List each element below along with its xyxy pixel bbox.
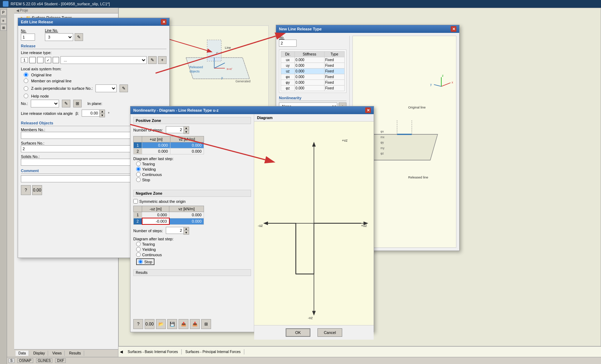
svg-text:Line: Line (225, 46, 231, 49)
original-line-option[interactable]: Original line (24, 72, 167, 77)
pos-steps-up[interactable]: ▲ (184, 127, 189, 130)
beta-spinner[interactable]: ▲ ▼ (82, 110, 105, 117)
nonlin-ok-btn[interactable]: OK (286, 328, 310, 337)
release-section-header: Release (21, 44, 167, 49)
no-label: No. (21, 29, 35, 33)
line-no-edit-btn[interactable]: ✎ (75, 33, 83, 41)
member-on-line-radio[interactable] (24, 78, 28, 83)
release-type-edit-btn[interactable]: ✎ (148, 56, 157, 64)
original-line-label: Original line (31, 73, 52, 77)
neg-yielding-label[interactable]: Yielding (136, 247, 251, 252)
release-type-add-btn[interactable]: + (158, 56, 167, 64)
results-tab-1[interactable]: Surfaces - Basic Internal Forces (124, 349, 182, 354)
tab-display[interactable]: Display (30, 351, 48, 356)
pos-continuous-radio[interactable] (136, 172, 141, 177)
neg-col-uz: -uz [m] (142, 206, 169, 212)
svg-text:Released line: Released line (408, 176, 428, 179)
beta-down[interactable]: ▼ (100, 113, 105, 117)
nonlin-save-btn[interactable]: 💾 (167, 319, 177, 329)
nonlin-import-btn[interactable]: 📥 (190, 319, 200, 329)
release-type-row: Line release type: (21, 51, 167, 55)
pos-stop-radio[interactable] (136, 177, 141, 182)
results-tab-2[interactable]: Surfaces - Principal Internal Forces (182, 349, 244, 354)
z-axis-select[interactable] (95, 84, 117, 92)
neg-tearing-radio[interactable] (136, 242, 141, 246)
help-node-option[interactable]: Help node (24, 94, 167, 98)
release-type-select[interactable]: ... (60, 56, 147, 64)
member-on-line-option[interactable]: Member on original line (24, 78, 167, 83)
nonlin-calc-btn[interactable]: 0.00 (145, 319, 154, 329)
pos-tearing-label[interactable]: Tearing (136, 162, 251, 166)
neg-steps-spinner[interactable]: ▲ ▼ (166, 227, 189, 235)
neg-continuous-radio[interactable] (136, 252, 141, 257)
help-btn[interactable]: ? (21, 185, 31, 195)
svg-text:y: y (221, 76, 223, 80)
no-dot-select[interactable] (31, 100, 59, 107)
beta-input[interactable] (82, 110, 99, 117)
scroll-left-btn[interactable]: ◀ (118, 350, 124, 354)
pos-yielding-radio[interactable] (136, 167, 141, 171)
nonlin-open-btn[interactable]: 📂 (156, 319, 166, 329)
pos-tearing-text: Tearing (142, 162, 155, 166)
pos-steps-down[interactable]: ▼ (184, 130, 189, 134)
neg-diagram-after-label: Diagram after last step: (133, 237, 251, 241)
help-node-radio[interactable] (24, 94, 28, 98)
nonlin-export-btn[interactable]: 📤 (179, 319, 188, 329)
neg-steps-up[interactable]: ▲ (184, 227, 189, 231)
no-dot-btn2[interactable]: ⊞ (73, 100, 82, 107)
tab-results[interactable]: Results (66, 351, 84, 356)
pos-steps-spinner[interactable]: ▲ ▼ (166, 126, 189, 134)
neg-tearing-label[interactable]: Tearing (136, 242, 251, 246)
svg-text:my: my (380, 146, 385, 150)
calc-btn[interactable]: 0.00 (32, 185, 42, 195)
sidebar-btn-2[interactable]: ≡ (0, 17, 7, 24)
neg-steps-input[interactable] (166, 227, 183, 234)
symmetric-label[interactable]: Symmetric about the origin (133, 199, 186, 204)
no-input[interactable] (21, 34, 35, 41)
nonlin-help-btn[interactable]: ? (133, 319, 143, 329)
new-line-release-close[interactable]: ✕ (451, 26, 456, 32)
bottom-tab-osnap[interactable]: OSNAP (17, 358, 33, 363)
svg-text:Original line: Original line (408, 106, 426, 109)
neg-row-1[interactable]: 1 0.000 0.000 (134, 212, 204, 218)
beta-up[interactable]: ▲ (100, 110, 105, 113)
tab-data[interactable]: Data (16, 351, 29, 356)
bottom-tab-s[interactable]: S (8, 358, 14, 363)
neg-continuous-label[interactable]: Continuous (136, 252, 251, 257)
pos-stop-label[interactable]: Stop (136, 177, 251, 182)
bottom-tab-dxf[interactable]: DXF (55, 358, 66, 363)
neg-row-2[interactable]: 2 -0.003 0.000 (134, 218, 204, 224)
sidebar-btn-3[interactable]: ⊞ (0, 24, 7, 31)
z-axis-perp-option[interactable]: Z-axis perpendicular to surface No.: ✎ (24, 84, 167, 92)
in-plane-label: In plane: (87, 101, 102, 106)
pos-row-2[interactable]: 2 0.000 0.000 (134, 148, 204, 154)
bottom-tab-glines[interactable]: GLINES (36, 358, 53, 363)
nonlinearity-content: Positive Zone Number of steps: ▲ ▼ (130, 114, 374, 332)
nonlinearity-close[interactable]: ✕ (365, 107, 371, 113)
sidebar-btn-1[interactable]: P (0, 9, 7, 16)
no-dot-btn[interactable]: ✎ (62, 100, 70, 107)
edit-line-release-close[interactable]: ✕ (161, 19, 167, 25)
pos-continuous-label[interactable]: Continuous (136, 172, 251, 177)
nlr-no-input[interactable] (279, 40, 297, 47)
pos-row-1[interactable]: 1 0.000 0.000 (134, 142, 204, 148)
edit-line-release-titlebar: Edit Line Release ✕ (18, 18, 169, 26)
original-line-radio[interactable] (24, 72, 28, 77)
positive-zone-header: Positive Zone (133, 117, 251, 124)
nonlin-cancel-btn[interactable]: Cancel (317, 328, 342, 337)
pos-yielding-label[interactable]: Yielding (136, 167, 251, 171)
nonlin-table-btn[interactable]: ⊞ (201, 319, 211, 329)
line-no-select[interactable]: 3 (45, 33, 73, 41)
neg-stop-radio[interactable] (138, 259, 143, 264)
symmetric-checkbox[interactable] (133, 199, 138, 204)
neg-steps-down[interactable]: ▼ (184, 231, 189, 234)
tab-views[interactable]: Views (49, 351, 65, 356)
neg-stop-label[interactable]: Stop (136, 258, 154, 265)
line-no-label: Line No. (45, 29, 83, 33)
neg-yielding-radio[interactable] (136, 247, 141, 252)
pos-steps-input[interactable] (166, 126, 183, 133)
z-axis-btn[interactable]: ✎ (119, 84, 128, 92)
pos-tearing-radio[interactable] (136, 162, 141, 166)
z-axis-radio[interactable] (24, 86, 28, 91)
new-line-release-titlebar: New Line Release Type ✕ (276, 25, 459, 33)
